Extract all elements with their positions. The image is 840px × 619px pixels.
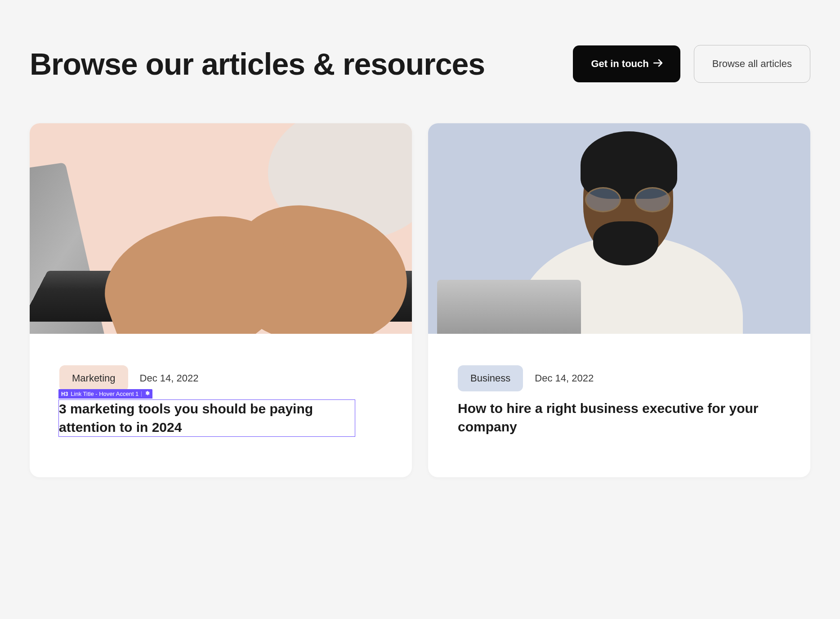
article-image <box>30 123 412 334</box>
page-title: Browse our articles & resources <box>30 46 485 81</box>
card-meta: Business Dec 14, 2022 <box>458 365 781 391</box>
get-in-touch-button[interactable]: Get in touch <box>573 45 680 82</box>
inspector-class-name: Link Title - Hover Accent 1 <box>71 390 139 397</box>
category-badge[interactable]: Business <box>458 365 523 391</box>
article-card-marketing[interactable]: Marketing Dec 14, 2022 H3 Link Title - H… <box>30 123 412 477</box>
inspector-label[interactable]: H3 Link Title - Hover Accent 1 <box>58 389 152 399</box>
header-actions: Get in touch Browse all articles <box>573 45 810 83</box>
card-body: Business Dec 14, 2022 How to hire a righ… <box>428 334 810 476</box>
browse-all-button[interactable]: Browse all articles <box>694 45 810 83</box>
arrow-right-icon <box>653 58 662 70</box>
article-card-business[interactable]: Business Dec 14, 2022 How to hire a righ… <box>428 123 810 477</box>
gear-icon[interactable] <box>144 390 150 397</box>
page-title-text: Browse our articles & resources <box>30 47 485 81</box>
category-badge[interactable]: Marketing <box>59 365 128 391</box>
article-image <box>428 123 810 334</box>
card-date: Dec 14, 2022 <box>140 372 199 384</box>
inspector-element-tag: H3 <box>61 391 68 397</box>
browse-all-label: Browse all articles <box>712 58 792 69</box>
card-body: Marketing Dec 14, 2022 H3 Link Title - H… <box>30 334 412 477</box>
get-in-touch-label: Get in touch <box>591 58 648 70</box>
card-meta: Marketing Dec 14, 2022 <box>59 365 382 391</box>
card-date: Dec 14, 2022 <box>535 372 594 384</box>
card-title-wrap: H3 Link Title - Hover Accent 1 3 marketi… <box>58 399 382 437</box>
cards-row: Marketing Dec 14, 2022 H3 Link Title - H… <box>30 123 810 477</box>
article-title[interactable]: 3 marketing tools you should be paying a… <box>58 399 355 437</box>
article-title[interactable]: How to hire a right business executive f… <box>458 399 781 436</box>
header-row: Browse our articles & resources Get in t… <box>30 45 810 83</box>
